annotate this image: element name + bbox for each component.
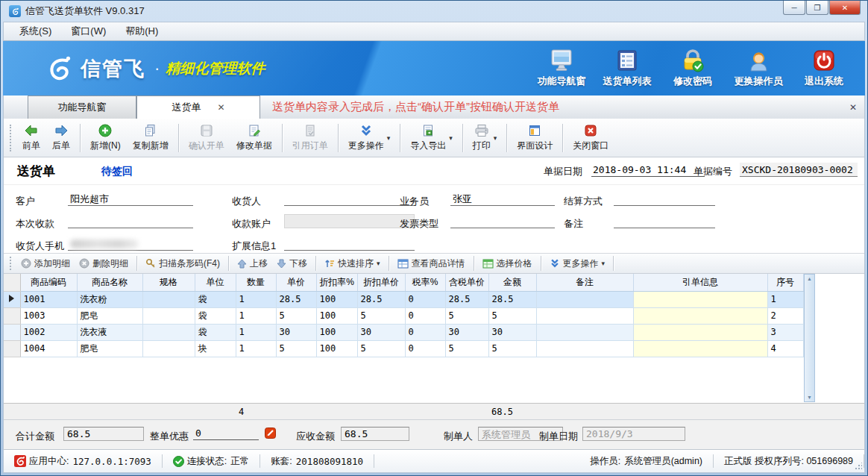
quick-sort-button[interactable]: 快速排序 ▾ xyxy=(320,256,385,272)
total-amount-field: 68.5 xyxy=(63,427,144,441)
nav-change-password-button[interactable]: 修改密码 xyxy=(662,48,723,88)
switch-user-icon xyxy=(746,48,770,72)
col-header[interactable]: 含税单价 xyxy=(445,274,488,291)
menu-help[interactable]: 帮助(H) xyxy=(116,22,168,40)
reference-order-button[interactable]: 引用订单 xyxy=(286,122,334,154)
arrow-right-icon xyxy=(54,124,69,137)
payment-field[interactable] xyxy=(68,213,193,228)
col-header[interactable]: 折扣率% xyxy=(316,274,357,291)
doc-no-field: XSCKD-20180903-0002 xyxy=(740,163,858,177)
order-discount-field[interactable]: 0 xyxy=(193,427,259,440)
up-arrow-icon xyxy=(237,259,247,269)
status-license: 正式版 授权序列号: 051696989 xyxy=(714,454,864,468)
col-header[interactable]: 税率% xyxy=(405,274,445,291)
receiver-phone-field[interactable] xyxy=(68,236,193,251)
make-date-field: 2018/9/3 xyxy=(582,427,685,441)
resize-grip[interactable] xyxy=(855,463,862,470)
scroll-up-icon[interactable]: ▲ xyxy=(807,276,812,281)
detail-more-actions-button[interactable]: 更多操作 ▾ xyxy=(545,256,610,272)
close-button[interactable]: ✕ xyxy=(829,1,861,15)
status-bar: 应用中心: 127.0.0.1:7093 连接状态: 正常 账套: 201808… xyxy=(3,449,865,473)
move-down-button[interactable]: 下移 xyxy=(272,256,312,272)
brand-separator: · xyxy=(154,59,160,78)
col-header[interactable]: 单价 xyxy=(276,274,316,291)
ext-info-field[interactable] xyxy=(284,236,415,251)
doc-date-label: 单据日期 xyxy=(544,165,582,178)
scroll-down-icon[interactable]: ▼ xyxy=(807,395,812,400)
copy-new-button[interactable]: 复制新增 xyxy=(127,122,174,154)
menu-window[interactable]: 窗口(W) xyxy=(61,22,116,40)
tab-delivery-order[interactable]: 送货单 ✕ xyxy=(136,95,260,119)
edit-discount-icon[interactable] xyxy=(265,428,276,439)
layout-window-icon xyxy=(528,124,541,137)
col-header[interactable]: 金额 xyxy=(488,274,536,291)
doc-title: 送货单 xyxy=(17,163,55,180)
receivable-label: 应收金额 xyxy=(296,430,335,443)
copy-icon xyxy=(144,124,157,137)
window-title: 信管飞送货单软件 V9.0.317 xyxy=(25,4,145,18)
invoice-field[interactable] xyxy=(450,213,555,228)
col-header[interactable]: 规格 xyxy=(142,274,195,291)
table-row[interactable]: 1001 洗衣粉 袋 1 28.5 100 28.5 0 28.5 28.5 1 xyxy=(4,291,803,307)
connection-ok-icon xyxy=(173,456,184,467)
customer-field[interactable]: 阳光超市 xyxy=(68,191,193,206)
maximize-button[interactable]: ❐ xyxy=(806,1,828,15)
minimize-button[interactable]: ─ xyxy=(783,1,805,15)
table-row[interactable]: 1002 洗衣液 袋 1 30 100 30 0 30 30 3 xyxy=(4,324,803,340)
add-detail-button[interactable]: 添加明细 xyxy=(16,256,75,272)
detail-toolbar-grip xyxy=(10,257,12,270)
col-header[interactable]: 折扣单价 xyxy=(357,274,405,291)
banner-nav: 功能导航窗 送货单列表 修改密码 更换操作员 xyxy=(526,48,865,88)
brand-block: 信管飞 · 精细化管理软件 xyxy=(45,54,265,83)
confirm-issue-button[interactable]: 确认开单 xyxy=(183,122,230,154)
tab-close-icon[interactable]: ✕ xyxy=(217,102,224,113)
col-header[interactable]: 引单信息 xyxy=(633,274,767,291)
col-header[interactable]: 商品编码 xyxy=(20,274,77,291)
status-account-set: 账套: 201808091810 xyxy=(260,454,374,468)
vertical-scrollbar[interactable]: ▲▼ xyxy=(804,274,815,402)
select-price-button[interactable]: 选择价格 xyxy=(478,256,537,272)
ui-design-button[interactable]: 界面设计 xyxy=(511,122,559,154)
import-export-button[interactable]: 导入导出 ▾ xyxy=(404,122,459,154)
tab-nav-window[interactable]: 功能导航窗 xyxy=(28,95,136,119)
redacted-phone-value xyxy=(70,239,139,248)
detail-grid: 商品编码 商品名称 规格 单位 数量 单价 折扣率% 折扣单价 税率% 含税单价… xyxy=(4,274,804,357)
salesman-field[interactable]: 张亚 xyxy=(450,191,555,206)
doc-status-badge[interactable]: 待签回 xyxy=(101,165,133,178)
nav-switch-operator-button[interactable]: 更换操作员 xyxy=(728,48,789,88)
doc-date-field[interactable]: 2018-09-03 11:44 xyxy=(591,163,705,177)
dropdown-caret-icon: ▾ xyxy=(387,134,391,142)
delete-detail-button[interactable]: 删除明细 xyxy=(75,256,133,272)
col-header[interactable]: 单位 xyxy=(195,274,236,291)
app-window: 信管飞送货单软件 V9.0.317 ─ ❐ ✕ 系统(S) 窗口(W) 帮助(H… xyxy=(0,0,868,476)
col-header[interactable]: 序号 xyxy=(767,274,803,291)
scan-barcode-button[interactable]: 扫描条形码(F4) xyxy=(141,256,224,272)
prev-doc-button[interactable]: 前单 xyxy=(16,122,46,154)
remark-field[interactable] xyxy=(614,213,715,228)
col-header[interactable]: 数量 xyxy=(236,274,276,291)
grid-header-row: 商品编码 商品名称 规格 单位 数量 单价 折扣率% 折扣单价 税率% 含税单价… xyxy=(4,274,803,291)
more-actions-button[interactable]: 更多操作 ▾ xyxy=(342,122,397,154)
receiver-field[interactable] xyxy=(284,191,415,206)
total-amount-label: 合计金额 xyxy=(16,430,54,443)
nav-delivery-list-button[interactable]: 送货单列表 xyxy=(597,48,658,88)
table-row[interactable]: 1003 肥皂 袋 1 5 100 5 0 5 5 2 xyxy=(4,307,803,324)
col-header[interactable]: 备注 xyxy=(536,274,633,291)
table-row[interactable]: 1004 肥皂 块 1 5 100 5 0 5 5 4 xyxy=(4,340,803,357)
view-product-detail-button[interactable]: 查看商品详情 xyxy=(393,256,470,272)
invoice-label: 发票类型 xyxy=(400,217,438,231)
close-window-button[interactable]: 关闭窗口 xyxy=(567,122,614,154)
nav-window-button[interactable]: 功能导航窗 xyxy=(531,48,592,88)
next-doc-button[interactable]: 后单 xyxy=(46,122,76,154)
col-header[interactable]: 商品名称 xyxy=(77,274,142,291)
modify-doc-button[interactable]: 修改单据 xyxy=(230,122,278,154)
receiver-label: 收货人 xyxy=(232,195,261,208)
settlement-field[interactable] xyxy=(614,191,715,206)
move-up-button[interactable]: 上移 xyxy=(233,256,272,272)
nav-exit-button[interactable]: 退出系统 xyxy=(793,48,855,88)
print-button[interactable]: 打印 ▾ xyxy=(467,122,503,154)
menu-system[interactable]: 系统(S) xyxy=(10,22,61,40)
tabstrip-close-icon[interactable]: ✕ xyxy=(849,102,857,113)
dropdown-caret-icon: ▾ xyxy=(602,260,606,267)
add-new-button[interactable]: 新增(N) xyxy=(84,122,127,154)
